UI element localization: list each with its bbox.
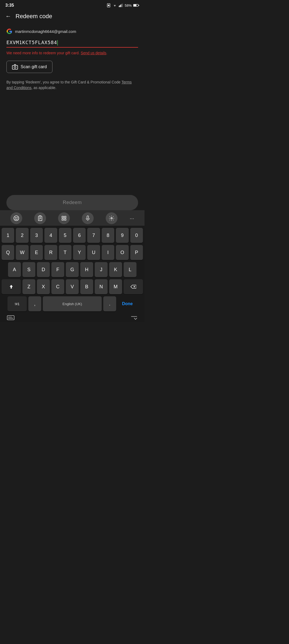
svg-rect-21 xyxy=(62,219,64,220)
key-e[interactable]: E xyxy=(30,245,43,260)
error-text: We need more info to redeem your gift ca… xyxy=(6,51,80,55)
key-w[interactable]: W xyxy=(16,245,28,260)
key-6[interactable]: 6 xyxy=(73,228,86,243)
key-c[interactable]: C xyxy=(51,279,64,294)
keyboard-row-zxcv: Z X C V B N M xyxy=(2,279,143,294)
scan-gift-card-button[interactable]: Scan gift card xyxy=(6,61,52,73)
key-7[interactable]: 7 xyxy=(87,228,100,243)
key-f[interactable]: F xyxy=(51,262,64,277)
svg-rect-8 xyxy=(134,5,136,6)
error-period: . xyxy=(106,51,107,55)
grid-button[interactable] xyxy=(58,212,70,224)
backspace-icon xyxy=(130,285,136,289)
camera-icon xyxy=(12,64,18,70)
account-row: martinmcdonagh6644@gmail.com xyxy=(6,28,138,34)
key-v[interactable]: V xyxy=(66,279,79,294)
shift-key[interactable] xyxy=(2,279,21,294)
backspace-key[interactable] xyxy=(124,279,143,294)
redeem-button[interactable]: Redeem xyxy=(6,195,138,210)
key-h[interactable]: H xyxy=(80,262,93,277)
key-k[interactable]: K xyxy=(109,262,122,277)
symbols-key[interactable]: !#1 xyxy=(7,296,27,311)
keyboard: 1 2 3 4 5 6 7 8 9 0 Q W E R T Y U I O P … xyxy=(0,226,144,322)
settings-button[interactable] xyxy=(106,212,117,224)
back-button[interactable]: ← xyxy=(5,13,11,20)
shift-icon xyxy=(9,284,14,289)
svg-point-13 xyxy=(15,217,16,218)
key-4[interactable]: 4 xyxy=(44,228,57,243)
page-title: Redeem code xyxy=(16,13,52,20)
comma-key[interactable]: , xyxy=(28,296,41,311)
error-message: We need more info to redeem your gift ca… xyxy=(6,50,138,56)
svg-rect-23 xyxy=(87,216,89,219)
header: ← Redeem code xyxy=(0,10,144,23)
account-email: martinmcdonagh6644@gmail.com xyxy=(15,29,76,34)
redeem-button-wrap: Redeem xyxy=(6,195,138,210)
code-input-wrap[interactable]: EXVM1KCT5FLAX584 xyxy=(6,40,138,48)
clipboard-button[interactable] xyxy=(34,212,46,224)
key-i[interactable]: I xyxy=(102,245,114,260)
key-q[interactable]: Q xyxy=(2,245,14,260)
key-3[interactable]: 3 xyxy=(30,228,43,243)
key-x[interactable]: X xyxy=(37,279,50,294)
keyboard-toggle-icon[interactable] xyxy=(7,315,14,320)
key-j[interactable]: J xyxy=(95,262,108,277)
key-s[interactable]: S xyxy=(22,262,35,277)
key-m[interactable]: M xyxy=(109,279,122,294)
key-y[interactable]: Y xyxy=(73,245,86,260)
keyboard-dismiss-icon[interactable] xyxy=(131,315,138,320)
svg-rect-3 xyxy=(120,5,120,7)
key-r[interactable]: R xyxy=(44,245,57,260)
key-8[interactable]: 8 xyxy=(102,228,114,243)
status-bar: 3:35 58% xyxy=(0,0,144,10)
space-key[interactable]: English (UK) xyxy=(43,296,102,311)
svg-rect-5 xyxy=(121,4,122,7)
key-5[interactable]: 5 xyxy=(59,228,71,243)
key-9[interactable]: 9 xyxy=(116,228,128,243)
key-g[interactable]: G xyxy=(66,262,79,277)
send-details-link[interactable]: Send us details xyxy=(81,51,107,55)
signal-icon xyxy=(119,3,123,7)
done-key[interactable]: Done xyxy=(118,296,137,311)
key-l[interactable]: L xyxy=(124,262,136,277)
terms-prefix: By tapping 'Redeem', you agree to the Gi… xyxy=(6,80,121,84)
key-u[interactable]: U xyxy=(87,245,100,260)
emoji-button[interactable] xyxy=(10,212,22,224)
wifi-icon xyxy=(112,3,117,7)
svg-rect-19 xyxy=(62,216,64,218)
code-input-value[interactable]: EXVM1KCT5FLAX584 xyxy=(6,40,57,45)
key-o[interactable]: O xyxy=(116,245,128,260)
svg-rect-20 xyxy=(64,216,66,218)
svg-point-11 xyxy=(14,66,16,68)
key-0[interactable]: 0 xyxy=(130,228,143,243)
svg-rect-2 xyxy=(119,6,119,7)
mic-icon xyxy=(85,215,90,221)
svg-rect-9 xyxy=(138,5,139,6)
content-area: martinmcdonagh6644@gmail.com EXVM1KCT5FL… xyxy=(0,23,144,96)
status-time: 3:35 xyxy=(5,3,14,8)
mic-button[interactable] xyxy=(82,212,94,224)
sim-icon xyxy=(107,3,111,7)
svg-rect-26 xyxy=(7,316,14,320)
key-d[interactable]: D xyxy=(37,262,50,277)
key-n[interactable]: N xyxy=(95,279,108,294)
terms-text: By tapping 'Redeem', you agree to the Gi… xyxy=(6,79,138,91)
keyboard-row-qwerty: Q W E R T Y U I O P xyxy=(2,245,143,260)
key-1[interactable]: 1 xyxy=(2,228,14,243)
key-t[interactable]: T xyxy=(59,245,71,260)
svg-point-14 xyxy=(17,217,17,218)
keyboard-row-numbers: 1 2 3 4 5 6 7 8 9 0 xyxy=(2,228,143,243)
more-button[interactable]: ··· xyxy=(130,215,134,221)
key-p[interactable]: P xyxy=(130,245,143,260)
svg-rect-6 xyxy=(122,4,123,7)
key-a[interactable]: A xyxy=(8,262,21,277)
keyboard-toolbar: ··· xyxy=(0,210,144,226)
period-key[interactable]: . xyxy=(103,296,116,311)
key-z[interactable]: Z xyxy=(22,279,35,294)
key-2[interactable]: 2 xyxy=(16,228,28,243)
svg-rect-1 xyxy=(108,5,109,6)
svg-point-12 xyxy=(14,216,18,221)
key-b[interactable]: B xyxy=(80,279,93,294)
battery-icon xyxy=(133,4,139,7)
terms-suffix: , as applicable. xyxy=(31,86,56,90)
